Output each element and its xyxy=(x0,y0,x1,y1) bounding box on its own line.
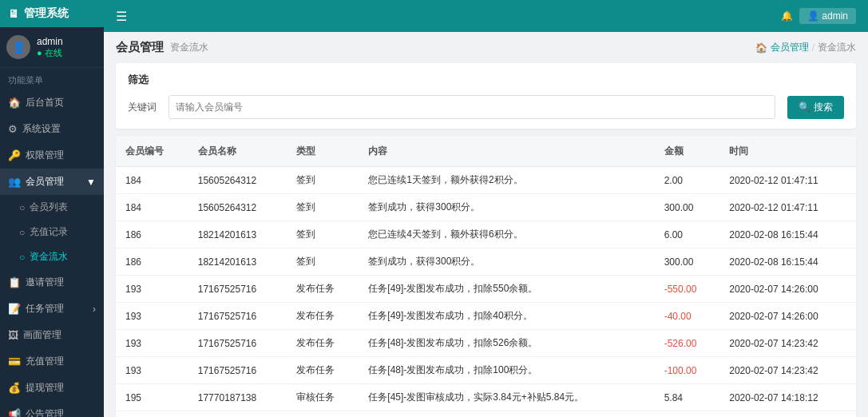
sub-icon: ○ xyxy=(19,252,25,263)
user-info: admin ● 在线 xyxy=(37,36,63,59)
sidebar: 🖥 管理系统 👤 admin ● 在线 功能菜单 🏠 后台首页 ⚙ 系统设置 🔑… xyxy=(0,0,104,417)
table-row: 193 17167525716 发布任务 任务[49]-发图发布成功，扣除40积… xyxy=(116,303,856,330)
search-button-label: 搜索 xyxy=(814,101,833,114)
sidebar-sub-fund-flow[interactable]: ○ 资金流水 xyxy=(0,244,104,269)
cell-member-name: 18214201613 xyxy=(188,248,287,276)
cell-amount: 2.00 xyxy=(655,167,720,194)
sidebar-item-member[interactable]: 👥 会员管理 ▼ xyxy=(0,169,104,195)
table-row: 193 17167525716 发布任务 任务[48]-发图发布成功，扣除526… xyxy=(116,330,856,357)
menu-toggle-icon[interactable]: ☰ xyxy=(116,9,127,24)
col-type: 类型 xyxy=(287,137,359,167)
cell-member-name: 17770187138 xyxy=(188,411,287,418)
cell-amount: -100.00 xyxy=(655,357,720,384)
cell-amount: -40.00 xyxy=(655,303,720,330)
table-row: 186 18214201613 签到 签到成功，获得300积分。 300.00 … xyxy=(116,248,856,276)
sidebar-item-home[interactable]: 🏠 后台首页 xyxy=(0,89,104,116)
user-status: ● 在线 xyxy=(37,47,63,59)
member-icon: 👥 xyxy=(8,176,21,188)
sidebar-item-recharge[interactable]: 💳 充值管理 xyxy=(0,348,104,375)
sidebar-item-invite[interactable]: 📋 邀请管理 xyxy=(0,269,104,296)
cell-amount: 20.00 xyxy=(655,411,720,418)
cell-member-name: 15605264312 xyxy=(188,194,287,221)
chevron-down-icon: ▼ xyxy=(86,177,96,188)
table-row: 193 17167525716 发布任务 任务[49]-发图发布成功，扣除550… xyxy=(116,276,856,303)
sidebar-item-draw[interactable]: 🖼 画面管理 xyxy=(0,322,104,348)
col-time: 时间 xyxy=(719,137,856,167)
cell-amount: -526.00 xyxy=(655,330,720,357)
filter-card: 筛选 关键词 🔍 搜索 xyxy=(116,63,856,129)
cell-content: 任务[45]-发图审核成功，获得20积分。 xyxy=(359,411,654,418)
sidebar-item-label: 邀请管理 xyxy=(26,276,64,289)
agent-icon: 💰 xyxy=(8,382,21,394)
content-area: 会员管理 资金流水 🏠 会员管理 / 资金流水 筛选 关键词 🔍 搜索 xyxy=(104,32,868,417)
keyword-label: 关键词 xyxy=(128,101,157,114)
username-label: admin xyxy=(37,36,63,47)
breadcrumb-current: 资金流水 xyxy=(818,41,856,54)
table-row: 184 15605264312 签到 您已连续1天签到，额外获得2积分。 2.0… xyxy=(116,167,856,194)
cell-member-id: 193 xyxy=(116,357,188,384)
home-breadcrumb-icon: 🏠 xyxy=(755,42,767,54)
cell-content: 任务[45]-发图审核成功，实际3.84元+补贴5.84元。 xyxy=(359,384,654,411)
sidebar-item-notice[interactable]: 📢 公告管理 xyxy=(0,401,104,417)
page-subtitle: 资金流水 xyxy=(170,41,208,54)
cell-member-name: 17167525716 xyxy=(188,330,287,357)
search-input[interactable] xyxy=(168,95,775,119)
filter-title: 筛选 xyxy=(128,73,844,87)
sidebar-logo: 🖥 管理系统 xyxy=(0,0,104,27)
data-table: 会员编号 会员名称 类型 内容 金额 时间 184 15605264312 签到… xyxy=(116,137,856,417)
search-button[interactable]: 🔍 搜索 xyxy=(787,96,844,119)
table-row: 195 17770187138 审核任务 任务[45]-发图审核成功，实际3.8… xyxy=(116,384,856,411)
invite-icon: 📋 xyxy=(8,276,21,288)
sidebar-item-system[interactable]: ⚙ 系统设置 xyxy=(0,116,104,142)
cell-content: 签到成功，获得300积分。 xyxy=(359,194,654,221)
table-card: 会员编号 会员名称 类型 内容 金额 时间 184 15605264312 签到… xyxy=(116,137,856,417)
sidebar-sub-member-list[interactable]: ○ 会员列表 xyxy=(0,195,104,220)
table-row: 193 17167525716 发布任务 任务[48]-发图发布成功，扣除100… xyxy=(116,357,856,384)
task-icon: 📝 xyxy=(8,303,21,315)
cell-member-name: 18214201613 xyxy=(188,221,287,248)
breadcrumb-member[interactable]: 会员管理 xyxy=(771,41,809,54)
cell-type: 签到 xyxy=(287,221,359,248)
page-header: 会员管理 资金流水 🏠 会员管理 / 资金流水 xyxy=(116,40,856,55)
cell-content: 您已连续1天签到，额外获得2积分。 xyxy=(359,167,654,194)
table-row: 195 17770187138 审核任务 任务[45]-发图审核成功，获得20积… xyxy=(116,411,856,418)
draw-icon: 🖼 xyxy=(8,329,18,341)
cell-time: 2020-02-08 16:15:44 xyxy=(719,221,856,248)
sub-label: 会员列表 xyxy=(30,201,68,214)
cell-time: 2020-02-07 14:18:12 xyxy=(719,384,856,411)
recharge-icon: 💳 xyxy=(8,355,21,367)
cell-member-id: 186 xyxy=(116,248,188,276)
notice-icon: 📢 xyxy=(8,408,21,417)
cell-amount: 300.00 xyxy=(655,248,720,276)
cell-member-id: 184 xyxy=(116,194,188,221)
main-area: ☰ 🔔 👤 admin 会员管理 资金流水 🏠 会员管理 / 资金流水 xyxy=(104,0,868,417)
cell-content: 任务[48]-发图发布成功，扣除100积分。 xyxy=(359,357,654,384)
sidebar-item-permission[interactable]: 🔑 权限管理 xyxy=(0,142,104,169)
cell-content: 任务[49]-发图发布成功，扣除40积分。 xyxy=(359,303,654,330)
sidebar-item-agent[interactable]: 💰 提现管理 xyxy=(0,375,104,401)
cell-member-id: 186 xyxy=(116,221,188,248)
search-icon: 🔍 xyxy=(799,101,811,113)
cell-member-id: 193 xyxy=(116,303,188,330)
cell-content: 任务[49]-发图发布成功，扣除550余额。 xyxy=(359,276,654,303)
cell-time: 2020-02-12 01:47:11 xyxy=(719,194,856,221)
col-content: 内容 xyxy=(359,137,654,167)
page-title: 会员管理 xyxy=(116,40,164,55)
sidebar-item-label: 任务管理 xyxy=(26,302,64,316)
cell-time: 2020-02-07 14:23:42 xyxy=(719,357,856,384)
cell-time: 2020-02-07 14:26:00 xyxy=(719,303,856,330)
cell-member-id: 193 xyxy=(116,276,188,303)
chevron-right-icon: › xyxy=(93,304,96,315)
cell-time: 2020-02-08 16:15:44 xyxy=(719,248,856,276)
sidebar-item-task[interactable]: 📝 任务管理 › xyxy=(0,296,104,322)
sidebar-item-label: 权限管理 xyxy=(26,149,64,162)
sidebar-item-label: 后台首页 xyxy=(26,96,64,109)
sidebar-sub-recharge-record[interactable]: ○ 充值记录 xyxy=(0,220,104,244)
home-icon: 🏠 xyxy=(8,97,21,109)
sub-label: 资金流水 xyxy=(30,250,68,264)
cell-type: 签到 xyxy=(287,248,359,276)
cell-type: 审核任务 xyxy=(287,411,359,418)
logo-title: 管理系统 xyxy=(24,6,69,21)
cell-type: 发布任务 xyxy=(287,303,359,330)
bell-icon[interactable]: 🔔 xyxy=(781,10,793,22)
